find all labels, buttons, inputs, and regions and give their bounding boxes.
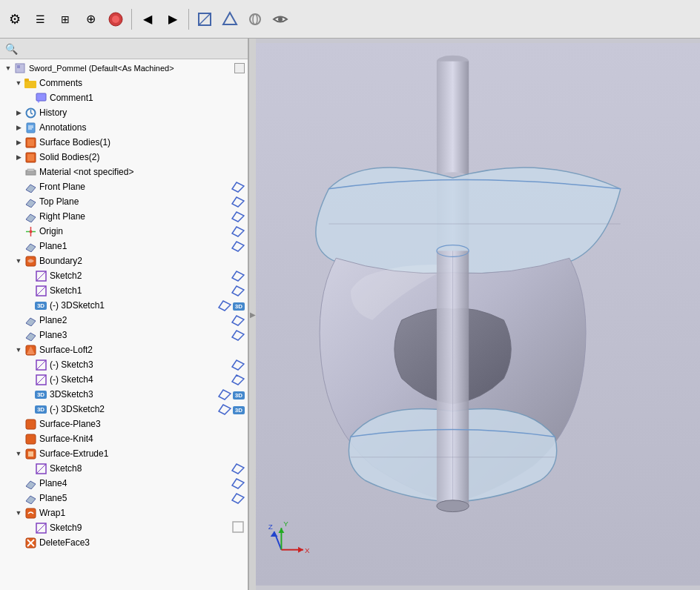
display-button[interactable] xyxy=(243,7,267,31)
expand-arrow[interactable]: ▼ xyxy=(3,64,13,72)
3d-viewport[interactable]: Z Y X xyxy=(256,39,700,590)
svg-line-17 xyxy=(30,113,33,114)
tree-item-3dsketch2-sub[interactable]: 3D (-) 3DSketch2 3D xyxy=(0,402,248,417)
tree-item-sketch3[interactable]: (-) Sketch3 xyxy=(0,357,248,372)
sketch-icon xyxy=(34,358,47,371)
sketch-button[interactable] xyxy=(193,7,217,31)
expand-arrow[interactable]: ▶ xyxy=(13,124,24,131)
tree-item-sketch8[interactable]: Sketch8 xyxy=(0,461,248,476)
expand-arrow[interactable]: ▼ xyxy=(13,450,24,457)
comment-icon xyxy=(34,91,47,105)
plane5-icon xyxy=(24,491,37,505)
left-panel: 🔍 ▼ Sword_Pommel (Default<As Machined> ▼… xyxy=(0,39,248,590)
svg-line-42 xyxy=(36,271,46,281)
sketch-icon xyxy=(34,284,47,297)
forward-button[interactable]: ▶ xyxy=(161,7,185,31)
tree-item-top-plane[interactable]: Top Plane xyxy=(0,194,248,209)
3dsketch3-right xyxy=(218,387,231,402)
right-plane-right xyxy=(231,209,245,225)
add-button[interactable]: ⊕ xyxy=(79,7,102,31)
origin-right xyxy=(231,224,245,239)
tree-item-material[interactable]: Material <not specified> xyxy=(0,165,248,179)
sketch1-label: Sketch1 xyxy=(50,285,231,296)
tree-item-surface-extrude1[interactable]: ▼ Surface-Extrude1 xyxy=(0,446,248,461)
svg-marker-46 xyxy=(232,286,244,296)
tree-item-comment1[interactable]: Comment1 xyxy=(0,90,248,105)
tree-item-wrap1[interactable]: ▼ Wrap1 xyxy=(0,506,248,520)
back-button[interactable]: ◀ xyxy=(136,7,159,31)
expand-arrow[interactable]: ▼ xyxy=(13,257,24,265)
tree-item-history[interactable]: ▶ History xyxy=(0,105,248,120)
svg-point-7 xyxy=(278,17,283,21)
svg-marker-28 xyxy=(26,185,36,193)
tree-item-plane1[interactable]: Plane1 xyxy=(0,239,248,253)
tree-item-sketch1[interactable]: Sketch1 xyxy=(0,283,248,298)
tree-item-plane4[interactable]: Plane4 xyxy=(0,476,248,491)
plane4-icon xyxy=(24,477,37,490)
shape-button[interactable] xyxy=(218,7,242,31)
tree-item-boundary2[interactable]: ▼ Boundary2 xyxy=(0,253,248,268)
expand-arrow[interactable]: ▶ xyxy=(13,139,24,146)
expand-arrow[interactable]: ▶ xyxy=(13,153,24,161)
tree-item-origin[interactable]: Origin xyxy=(0,224,248,239)
sketch8-label: Sketch8 xyxy=(50,463,231,474)
svg-text:Y: Y xyxy=(283,520,288,528)
wrap1-label: Wrap1 xyxy=(39,508,245,518)
svg-marker-50 xyxy=(26,333,36,341)
svg-marker-33 xyxy=(232,212,244,222)
panel-resize-handle[interactable]: ▶ xyxy=(248,39,256,590)
svg-line-3 xyxy=(199,13,211,25)
svg-marker-67 xyxy=(232,464,244,474)
tree-item-right-plane[interactable]: Right Plane xyxy=(0,209,248,224)
svg-marker-70 xyxy=(26,496,36,504)
menu-button[interactable]: ☰ xyxy=(28,7,52,31)
3dsketch1-right xyxy=(218,298,231,314)
tree-item-comments[interactable]: ▼ Comments xyxy=(0,76,248,90)
svg-marker-69 xyxy=(232,479,244,488)
history-label: History xyxy=(39,107,245,118)
tree-item-plane3[interactable]: Plane3 xyxy=(0,328,248,342)
sketch2-right xyxy=(231,268,245,284)
expand-arrow[interactable]: ▼ xyxy=(13,79,24,87)
feature-tree[interactable]: ▼ Sword_Pommel (Default<As Machined> ▼ C… xyxy=(0,59,248,590)
tree-item-3dsketch1[interactable]: 3D (-) 3DSketch1 3D xyxy=(0,298,248,313)
svg-marker-39 xyxy=(232,242,244,251)
front-plane-right xyxy=(231,179,245,195)
tree-item-sketch9[interactable]: Sketch9 xyxy=(0,520,248,535)
annotations-label: Annotations xyxy=(39,122,245,133)
tree-item-front-plane[interactable]: Front Plane xyxy=(0,179,248,194)
wrap-icon xyxy=(24,506,37,520)
part-icon xyxy=(13,62,27,75)
expand-arrow[interactable]: ▶ xyxy=(13,109,24,116)
tree-item-solid-bodies[interactable]: ▶ Solid Bodies(2) xyxy=(0,150,248,165)
main-area: 🔍 ▼ Sword_Pommel (Default<As Machined> ▼… xyxy=(0,39,700,590)
expand-arrow[interactable]: ▼ xyxy=(13,509,24,517)
plane5-label: Plane5 xyxy=(39,493,231,503)
grid-button[interactable]: ⊞ xyxy=(53,7,77,31)
svg-marker-51 xyxy=(232,331,244,340)
tree-item-surface-bodies[interactable]: ▶ Surface Bodies(1) xyxy=(0,135,248,150)
tree-item-sword-pommel[interactable]: ▼ Sword_Pommel (Default<As Machined> xyxy=(0,61,248,76)
solid-bodies-label: Solid Bodies(2) xyxy=(39,152,245,162)
svg-rect-23 xyxy=(27,139,34,146)
tree-item-surface-plane3[interactable]: Surface-Plane3 xyxy=(0,417,248,431)
tree-item-3dsketch3[interactable]: 3D 3DSketch3 3D xyxy=(0,387,248,402)
svg-rect-27 xyxy=(27,169,34,171)
tree-item-sketch4[interactable]: (-) Sketch4 xyxy=(0,372,248,387)
tree-item-plane5[interactable]: Plane5 xyxy=(0,491,248,506)
origin-label: Origin xyxy=(39,226,231,236)
tree-item-plane2[interactable]: Plane2 xyxy=(0,313,248,328)
options-button[interactable]: ⚙ xyxy=(3,7,27,31)
tree-item-sketch2[interactable]: Sketch2 xyxy=(0,268,248,283)
sep2 xyxy=(188,9,189,30)
expand-arrow[interactable]: ▼ xyxy=(13,346,24,354)
filter-button[interactable]: 🔍 xyxy=(3,41,19,57)
tree-item-surface-knit4[interactable]: Surface-Knit4 xyxy=(0,431,248,446)
view-button[interactable] xyxy=(104,7,128,31)
svg-rect-72 xyxy=(26,508,36,518)
plane5-right xyxy=(231,491,245,506)
tree-item-annotations[interactable]: ▶ Annotations xyxy=(0,120,248,135)
tree-item-surface-loft2[interactable]: ▼ Surface-Loft2 xyxy=(0,342,248,357)
eye-button[interactable] xyxy=(268,7,292,31)
tree-item-deleteface3[interactable]: DeleteFace3 xyxy=(0,535,248,550)
